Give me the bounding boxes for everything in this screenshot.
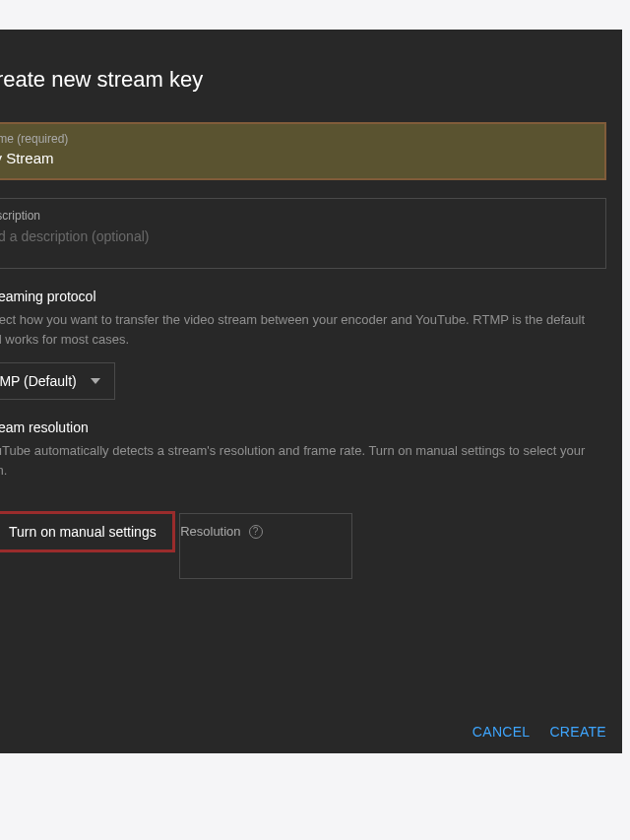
help-icon[interactable]: ? xyxy=(249,525,263,539)
name-field[interactable]: Name (required) My Stream xyxy=(0,122,606,180)
name-label: Name (required) xyxy=(0,132,593,146)
chevron-down-icon xyxy=(91,378,100,384)
create-stream-key-dialog: Create new stream key Name (required) My… xyxy=(0,30,622,753)
manual-settings-label: Turn on manual settings xyxy=(9,524,157,540)
dialog-title: Create new stream key xyxy=(0,67,622,93)
protocol-title: Streaming protocol xyxy=(0,289,622,304)
cancel-button[interactable]: CANCEL xyxy=(472,724,531,740)
description-input[interactable]: Add a description (optional) xyxy=(0,228,594,244)
create-button[interactable]: CREATE xyxy=(549,724,606,740)
protocol-desc: Select how you want to transfer the vide… xyxy=(0,310,622,349)
protocol-selected: RTMP (Default) xyxy=(0,373,77,389)
description-field[interactable]: Description Add a description (optional) xyxy=(0,198,606,269)
description-label: Description xyxy=(0,209,594,223)
dialog-footer: CANCEL CREATE xyxy=(0,710,622,753)
manual-settings-checkbox[interactable]: ✓ Turn on manual settings xyxy=(0,511,175,552)
name-input[interactable]: My Stream xyxy=(0,150,593,166)
resolution-title: Stream resolution xyxy=(0,420,622,435)
resolution-desc: YouTube automatically detects a stream's… xyxy=(0,441,622,480)
resolution-dropdown[interactable]: Resolution ? xyxy=(179,513,351,579)
protocol-dropdown[interactable]: RTMP (Default) xyxy=(0,362,115,400)
resolution-dropdown-label: Resolution xyxy=(180,524,240,539)
